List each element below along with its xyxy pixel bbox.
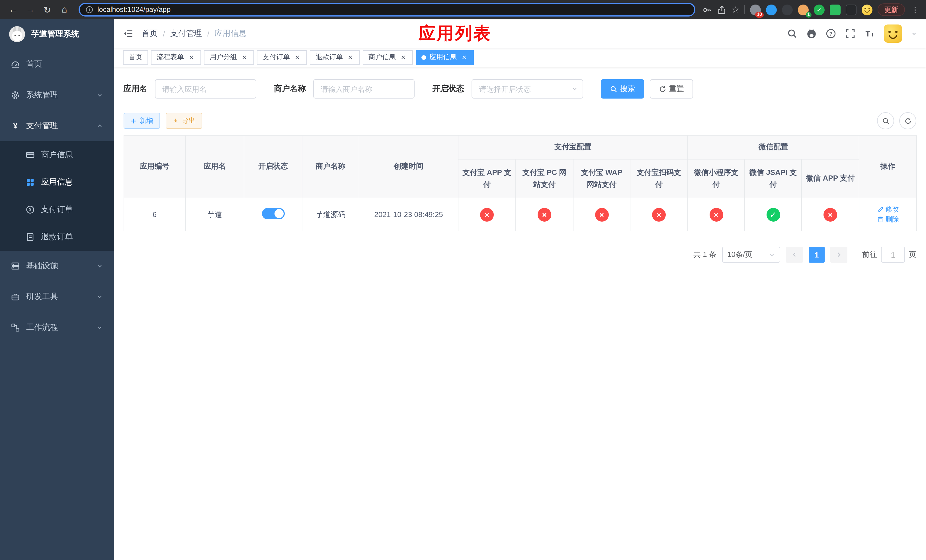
status-select[interactable] bbox=[472, 79, 583, 98]
status-disabled-icon: × bbox=[595, 207, 608, 221]
tab-close-icon[interactable]: × bbox=[188, 53, 195, 61]
tab-label: 退款订单 bbox=[316, 52, 343, 62]
breadcrumb-item[interactable]: 支付管理 bbox=[170, 29, 202, 39]
extensions-puzzle-icon[interactable] bbox=[846, 4, 856, 15]
app-title: 芋道管理系统 bbox=[31, 29, 79, 39]
browser-profile-avatar[interactable] bbox=[862, 4, 873, 15]
sidebar-item-pay-orders[interactable]: ¥ 支付订单 bbox=[0, 196, 114, 223]
logo-avatar bbox=[9, 26, 26, 43]
tab-app-info[interactable]: 应用信息 × bbox=[416, 50, 474, 65]
trash-icon bbox=[877, 216, 884, 223]
tab-refund-orders[interactable]: 退款订单 × bbox=[310, 50, 360, 65]
cell-wx-lite: × bbox=[688, 198, 744, 231]
credit-card-icon bbox=[26, 150, 35, 159]
search-icon[interactable] bbox=[787, 29, 797, 39]
browser-update-button[interactable]: 更新 bbox=[878, 3, 905, 16]
share-icon[interactable] bbox=[717, 5, 726, 15]
sidebar-item-app-info[interactable]: 应用信息 bbox=[0, 169, 114, 196]
page-number-1[interactable]: 1 bbox=[809, 247, 825, 263]
merchant-name-input[interactable] bbox=[313, 79, 415, 98]
toggle-search-button[interactable] bbox=[877, 112, 894, 129]
reset-button[interactable]: 重置 bbox=[650, 79, 693, 98]
tab-user-group[interactable]: 用户分组 × bbox=[204, 50, 254, 65]
extension-icon-6[interactable] bbox=[830, 4, 841, 15]
sidebar-item-label: 支付管理 bbox=[26, 121, 58, 131]
sidebar-item-dev-tools[interactable]: 研发工具 bbox=[0, 282, 114, 312]
sidebar-item-infrastructure[interactable]: 基础设施 bbox=[0, 251, 114, 282]
help-icon[interactable]: ? bbox=[826, 29, 836, 39]
app-name-input[interactable] bbox=[155, 79, 256, 98]
extension-badge: 10 bbox=[755, 12, 764, 17]
delete-link[interactable]: 删除 bbox=[877, 215, 899, 224]
bookmark-star-icon[interactable]: ☆ bbox=[731, 5, 739, 15]
sidebar-item-system[interactable]: 系统管理 bbox=[0, 80, 114, 110]
tab-close-icon[interactable]: × bbox=[346, 53, 354, 61]
tab-label: 应用信息 bbox=[430, 52, 457, 62]
toolbar-divider bbox=[744, 5, 745, 14]
col-alipay-wap: 支付宝 WAP 网站支付 bbox=[573, 159, 630, 198]
sidebar-item-refund-orders[interactable]: 退款订单 bbox=[0, 223, 114, 251]
search-form: 应用名 商户名称 开启状态 bbox=[124, 79, 916, 98]
sidebar-item-label: 系统管理 bbox=[26, 90, 58, 100]
page-size-value: 10条/页 bbox=[727, 250, 752, 260]
sidebar-item-payment[interactable]: ¥ 支付管理 bbox=[0, 110, 114, 141]
extension-icon-1[interactable]: 10 bbox=[750, 4, 761, 15]
tab-close-icon[interactable]: × bbox=[293, 53, 301, 61]
browser-menu-icon[interactable]: ⋮ bbox=[910, 5, 920, 14]
font-size-icon[interactable]: T T bbox=[864, 29, 875, 39]
col-wx-jsapi: 微信 JSAPI 支付 bbox=[744, 159, 802, 198]
sidebar-collapse-icon[interactable] bbox=[123, 29, 133, 39]
extension-icon-3[interactable] bbox=[782, 4, 793, 15]
extension-icon-2[interactable] bbox=[766, 4, 777, 15]
browser-back-button[interactable]: ← bbox=[6, 2, 21, 17]
add-button[interactable]: 新增 bbox=[124, 113, 160, 129]
tags-view: 首页 流程表单 × 用户分组 × 支付订单 × 退款订单 × bbox=[114, 48, 926, 67]
github-icon[interactable] bbox=[806, 29, 817, 39]
tab-merchant-info[interactable]: 商户信息 × bbox=[363, 50, 413, 65]
sidebar-item-home[interactable]: 首页 bbox=[0, 49, 114, 80]
browser-actions: ☆ 10 1 ✓ 更新 ⋮ bbox=[702, 3, 920, 16]
cell-app-name: 芋道 bbox=[185, 198, 244, 231]
extension-icon-4[interactable]: 1 bbox=[798, 4, 809, 15]
chevron-left-icon bbox=[791, 251, 798, 258]
app-logo: 芋道管理系统 bbox=[0, 20, 114, 49]
page-size-select[interactable]: 10条/页 bbox=[722, 247, 780, 263]
sidebar-item-workflow[interactable]: 工作流程 bbox=[0, 312, 114, 343]
edit-link[interactable]: 修改 bbox=[877, 204, 899, 214]
tab-close-icon[interactable]: × bbox=[460, 53, 468, 61]
address-bar[interactable]: localhost:1024/pay/app bbox=[79, 3, 695, 17]
search-button[interactable]: 搜索 bbox=[601, 79, 644, 98]
extension-icon-5[interactable]: ✓ bbox=[814, 4, 825, 15]
svg-text:¥: ¥ bbox=[14, 122, 18, 130]
cell-merchant: 芋道源码 bbox=[302, 198, 359, 231]
export-button[interactable]: 导出 bbox=[166, 113, 202, 129]
sidebar-item-merchant-info[interactable]: 商户信息 bbox=[0, 141, 114, 169]
browser-forward-button[interactable]: → bbox=[23, 2, 38, 17]
tab-close-icon[interactable]: × bbox=[399, 53, 407, 61]
tab-home[interactable]: 首页 bbox=[123, 50, 148, 65]
table-toolbar: 新增 导出 bbox=[124, 112, 916, 129]
avatar-caret-icon[interactable] bbox=[911, 31, 917, 36]
browser-reload-button[interactable]: ↻ bbox=[40, 2, 54, 17]
status-switch[interactable] bbox=[262, 208, 284, 219]
tab-pay-orders[interactable]: 支付订单 × bbox=[257, 50, 307, 65]
password-key-icon[interactable] bbox=[702, 5, 711, 15]
browser-home-button[interactable]: ⌂ bbox=[57, 2, 72, 17]
status-select-input[interactable] bbox=[472, 79, 583, 98]
tab-close-icon[interactable]: × bbox=[240, 53, 248, 61]
chevron-up-icon bbox=[96, 123, 103, 129]
tab-process-form[interactable]: 流程表单 × bbox=[151, 50, 201, 65]
site-info-icon[interactable] bbox=[85, 6, 94, 14]
tab-label: 商户信息 bbox=[368, 52, 396, 62]
refresh-table-button[interactable] bbox=[899, 112, 916, 129]
status-disabled-icon: × bbox=[538, 207, 551, 221]
fullscreen-icon[interactable] bbox=[845, 29, 855, 39]
delete-link-label: 删除 bbox=[885, 215, 899, 224]
next-page-button[interactable] bbox=[830, 247, 847, 263]
user-avatar[interactable] bbox=[884, 24, 902, 43]
sidebar-item-label: 退款订单 bbox=[41, 232, 73, 242]
prev-page-button[interactable] bbox=[786, 247, 803, 263]
search-button-label: 搜索 bbox=[620, 84, 635, 94]
goto-page-input[interactable] bbox=[881, 247, 905, 263]
breadcrumb-item[interactable]: 首页 bbox=[142, 29, 158, 39]
